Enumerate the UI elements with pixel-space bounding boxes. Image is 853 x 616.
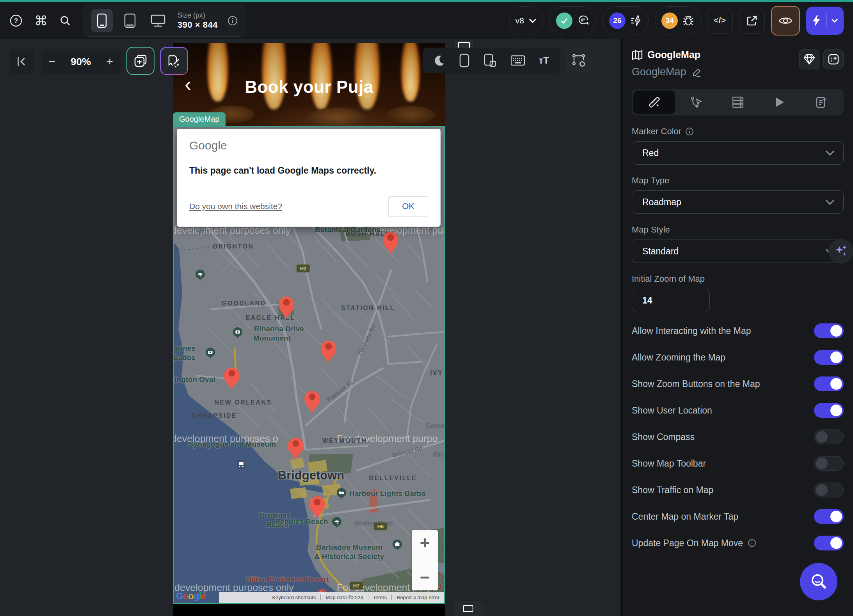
marker-color-info-icon[interactable] [685, 127, 694, 136]
map-zoom-out-button[interactable]: − [420, 569, 430, 586]
toggle-switch[interactable] [814, 509, 844, 524]
issues-badge-group: 34 [655, 6, 701, 35]
map-label: Barbados Museum [316, 543, 382, 551]
rotate-device-icon[interactable] [483, 53, 497, 67]
toggle-switch[interactable] [814, 456, 844, 471]
toggle-label: Allow Interacting with the Map [632, 326, 751, 336]
device-tablet-button[interactable] [119, 9, 141, 32]
toggle-switch[interactable] [814, 483, 844, 497]
map-attribution-link[interactable]: Terms [368, 595, 391, 600]
toggle-label: Show Map Toolbar [632, 458, 706, 469]
ai-generate-button[interactable] [160, 47, 188, 75]
checks-chat-group [549, 6, 596, 35]
size-value: 390 × 844 [178, 20, 218, 30]
map-widget-icon [632, 50, 643, 60]
map-label: Botanical Gardens [315, 225, 380, 234]
bug-icon[interactable] [682, 15, 694, 27]
device-frame-icon[interactable] [459, 53, 469, 67]
toggle-switch[interactable] [814, 536, 844, 550]
help-icon[interactable]: ? [9, 14, 23, 27]
panel-tabbar [632, 89, 844, 115]
collapse-panel-button[interactable] [9, 49, 34, 74]
device-desktop-button[interactable] [147, 9, 169, 32]
route-badge: H7 [350, 582, 363, 589]
tab-properties[interactable] [633, 91, 675, 114]
marker-color-select[interactable]: Red [632, 141, 844, 165]
keyboard-icon[interactable] [511, 55, 525, 66]
own-website-link[interactable]: Do you own this website? [189, 202, 282, 211]
dialog-message: This page can't load Google Maps correct… [189, 165, 428, 176]
clone-page-button[interactable] [126, 47, 155, 75]
map-style-select[interactable]: Standard [632, 240, 844, 263]
map-zoom-in-button[interactable]: + [420, 534, 430, 552]
map-attribution-link[interactable]: Map data ©2024 [320, 595, 368, 600]
toggle-switch[interactable] [814, 376, 844, 391]
toggle-switch[interactable] [814, 323, 844, 338]
text-scale-icon[interactable]: тT [539, 55, 549, 66]
properties-panel: GoogleMap GoogleMap [620, 39, 853, 616]
poi-pin-bus[interactable] [237, 460, 245, 469]
version-selector[interactable]: v8 [509, 6, 543, 35]
map-attribution-link[interactable]: Keyboard shortcuts [267, 595, 320, 600]
map-style-label: Map Style [632, 225, 670, 235]
open-external-button[interactable] [739, 8, 765, 34]
checks-passed-icon[interactable] [556, 12, 572, 29]
preview-eye-button[interactable] [771, 6, 800, 36]
zoom-in-button[interactable]: + [106, 56, 113, 67]
map-label: Brid [437, 582, 445, 590]
code-view-button[interactable]: </> [707, 8, 733, 34]
size-info-icon[interactable] [227, 15, 238, 26]
selected-widget-tag[interactable]: GoogleMap [173, 112, 226, 126]
search-help-fab[interactable] [800, 563, 837, 600]
command-shortcuts-icon[interactable]: ⌘ [34, 13, 48, 28]
chat-icon[interactable] [577, 14, 590, 27]
tab-tests[interactable] [800, 91, 842, 114]
run-app-button[interactable] [806, 7, 844, 35]
search-icon[interactable] [59, 15, 71, 27]
toggle-info-icon[interactable] [748, 539, 756, 547]
map-label: Rihanna Drive [254, 325, 304, 333]
toggle-label: Update Page On Map Move [632, 538, 743, 549]
initial-zoom-input[interactable]: 14 [632, 289, 710, 312]
map-label: ington Oval [174, 375, 215, 383]
tab-actions[interactable] [675, 91, 717, 114]
map-label: bados [174, 353, 195, 362]
frame-settings-button[interactable] [566, 48, 592, 73]
toggle-switch[interactable] [814, 430, 844, 444]
toggle-row: Show Compass [632, 424, 844, 450]
theme-settings-button[interactable] [799, 49, 819, 69]
actions-flash-icon[interactable] [630, 15, 642, 27]
map-label: CHEAPSIDE [192, 412, 237, 419]
map-style-ai-sparkles-button[interactable] [828, 239, 853, 264]
google-logo-letter: G [176, 591, 183, 601]
dark-mode-moon-icon[interactable] [434, 55, 445, 66]
add-widget-button[interactable] [823, 49, 844, 69]
map-label: Bridgetown [278, 469, 345, 482]
rename-pencil-icon[interactable] [692, 67, 702, 77]
ok-button[interactable]: OK [388, 196, 428, 217]
tab-backend[interactable] [717, 91, 759, 114]
issues-count-badge[interactable]: 34 [661, 12, 678, 29]
phone-body-bottom [173, 604, 445, 616]
google-map-logo[interactable]: Google [176, 591, 206, 602]
map-label: Pebbles Beach [275, 517, 328, 525]
tab-animations[interactable] [759, 91, 800, 114]
map-style-value: Standard [642, 246, 679, 257]
google-map-widget[interactable]: development purposes onlyFor development… [173, 126, 445, 604]
map-attribution-link[interactable]: Report a map error [391, 595, 444, 600]
panel-widget-type: GoogleMap [647, 49, 700, 60]
marker-color-value: Red [642, 148, 659, 158]
map-label: Synagogue and Museum [188, 440, 276, 448]
map-label: BELLEVILLE [369, 475, 417, 481]
zoom-out-button[interactable]: − [48, 56, 55, 67]
run-options-chevron-icon [831, 18, 838, 23]
bottom-frame-button[interactable] [453, 601, 484, 616]
actions-count-badge[interactable]: 26 [609, 12, 626, 29]
page-title: Book your Puja [173, 77, 445, 97]
device-phone-button[interactable] [91, 9, 113, 32]
toggle-switch[interactable] [814, 350, 844, 365]
map-type-chevron-icon [825, 199, 835, 205]
toggle-switch[interactable] [814, 403, 844, 418]
map-type-select[interactable]: Roadmap [632, 190, 844, 214]
map-label: STATION HILL [341, 305, 395, 311]
